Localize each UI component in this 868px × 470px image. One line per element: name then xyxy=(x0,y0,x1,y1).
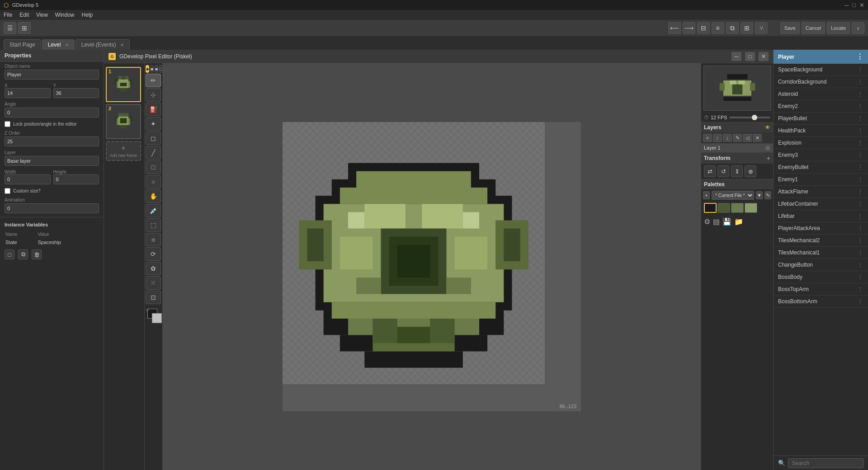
background-color[interactable] xyxy=(152,313,162,323)
toolbar-redo-button[interactable]: ⟶ xyxy=(683,22,695,34)
selected-object-more[interactable]: ⋮ xyxy=(856,52,863,61)
swap-colors-icon[interactable]: ↺ xyxy=(146,308,149,312)
tool-selection[interactable]: ⊹ xyxy=(146,88,161,102)
object-item-lifebarcontainer[interactable]: LifebarContainer ⋮ xyxy=(774,198,868,210)
object-list-scroll[interactable]: SpaceBackground ⋮ CorridorBackground ⋮ A… xyxy=(774,64,868,456)
object-item-playerattackarea[interactable]: PlayerAttackArea ⋮ xyxy=(774,222,868,235)
layout-icon[interactable]: ▤ xyxy=(713,217,720,226)
tool-color-mode-active[interactable]: ■ xyxy=(146,65,149,73)
add-frame-button[interactable]: + Add new frame xyxy=(106,141,141,161)
layer-hide-button[interactable]: ◁ xyxy=(743,134,752,142)
toolbar-external-button[interactable]: ⧉ xyxy=(726,22,739,34)
palette-swatch-2[interactable] xyxy=(717,203,730,213)
object-more-asteroid[interactable]: ⋮ xyxy=(857,90,863,98)
palette-dropdown-button[interactable]: ▼ xyxy=(756,191,763,199)
object-item-enemy2[interactable]: Enemy2 ⋮ xyxy=(774,100,868,113)
maximize-button[interactable]: □ xyxy=(852,2,856,9)
object-item-enemy3[interactable]: Enemy3 ⋮ xyxy=(774,149,868,161)
main-canvas[interactable] xyxy=(283,122,545,384)
tab-level[interactable]: Level ✕ xyxy=(42,39,75,50)
transform-flip-v[interactable]: ⇕ xyxy=(731,165,743,177)
palette-edit-button[interactable]: ✎ xyxy=(764,191,771,199)
palette-swatch-3[interactable] xyxy=(731,203,744,213)
object-more-corridorbg[interactable]: ⋮ xyxy=(857,78,863,85)
object-more-bosstoparm[interactable]: ⋮ xyxy=(857,286,863,293)
tool-mirror[interactable]: ⟳ xyxy=(146,247,161,261)
tool-color-mode-4[interactable]: □ xyxy=(159,65,163,73)
settings-icon[interactable]: ⚙ xyxy=(704,217,710,226)
layers-visibility-icon[interactable]: 👁 xyxy=(765,124,770,131)
tab-level-close[interactable]: ✕ xyxy=(65,42,69,47)
menu-view[interactable]: View xyxy=(36,12,48,18)
height-input[interactable] xyxy=(53,174,99,184)
menu-window[interactable]: Window xyxy=(55,12,75,18)
object-item-bossbottomarm[interactable]: BossBottomArm ⋮ xyxy=(774,296,868,308)
tool-dither[interactable]: ⁙ xyxy=(146,276,161,290)
object-item-healthpack[interactable]: HealthPack ⋮ xyxy=(774,125,868,137)
object-more-spacebg[interactable]: ⋮ xyxy=(857,66,863,73)
canvas-area[interactable]: 86,-123 xyxy=(163,63,701,470)
fps-slider[interactable] xyxy=(729,117,770,118)
object-item-changebutton[interactable]: ChangeButton ⋮ xyxy=(774,259,868,271)
var-delete-button[interactable]: 🗑 xyxy=(32,249,42,259)
transform-rotate-ccw[interactable]: ↺ xyxy=(717,165,729,177)
pixel-editor-minimize[interactable]: ─ xyxy=(731,52,741,61)
layer-edit-button[interactable]: ✎ xyxy=(733,134,742,142)
locate-button[interactable]: Locate xyxy=(827,22,850,34)
window-controls[interactable]: ─ □ ✕ xyxy=(844,2,864,9)
object-more-lifebarcontainer[interactable]: ⋮ xyxy=(857,200,863,207)
object-item-tilesmech1[interactable]: TilesMechanical1 ⋮ xyxy=(774,247,868,259)
tool-hand[interactable]: ✋ xyxy=(146,189,161,203)
tool-color-mode-2[interactable]: ■ xyxy=(150,65,154,73)
tab-level-events-close[interactable]: ✕ xyxy=(120,42,124,47)
tool-lasso[interactable]: ⌾ xyxy=(146,233,161,246)
object-item-enemybullet[interactable]: EnemyBullet ⋮ xyxy=(774,161,868,174)
var-copy-button[interactable]: ⧉ xyxy=(18,249,28,259)
layer-down-button[interactable]: ↓ xyxy=(723,134,732,142)
save-icon[interactable]: 💾 xyxy=(722,217,731,226)
menu-edit[interactable]: Edit xyxy=(19,12,29,18)
toolbar-extension-button[interactable]: ⑂ xyxy=(755,22,768,34)
frame-1[interactable]: 1 xyxy=(106,67,141,102)
object-more-enemybullet[interactable]: ⋮ xyxy=(857,164,863,171)
object-name-input[interactable] xyxy=(5,70,99,80)
object-more-explosion[interactable]: ⋮ xyxy=(857,139,863,146)
palette-selector[interactable]: * Current File * xyxy=(712,191,754,200)
object-item-explosion[interactable]: Explosion ⋮ xyxy=(774,137,868,149)
tool-bucket[interactable]: ⛽ xyxy=(146,103,161,116)
toolbar-more-button[interactable]: › xyxy=(852,22,864,34)
tool-color-mode-3[interactable]: ■ xyxy=(155,65,158,73)
layer-input[interactable] xyxy=(5,156,99,166)
object-item-attackflame[interactable]: AttackFlame ⋮ xyxy=(774,186,868,198)
object-item-enemy1[interactable]: Enemy1 ⋮ xyxy=(774,174,868,186)
object-more-tilesmech1[interactable]: ⋮ xyxy=(857,249,863,256)
object-item-spacebg[interactable]: SpaceBackground ⋮ xyxy=(774,64,868,76)
save-button[interactable]: Save xyxy=(780,22,800,34)
toolbar-events-button[interactable]: ≡ xyxy=(712,22,724,34)
pixel-editor-close[interactable]: ✕ xyxy=(759,52,769,61)
object-item-corridorbg[interactable]: CorridorBackground ⋮ xyxy=(774,76,868,88)
tool-stroke[interactable]: ╱ xyxy=(146,146,161,160)
folder-icon[interactable]: 📁 xyxy=(734,217,743,226)
object-item-tilesmech2[interactable]: TilesMechanical2 ⋮ xyxy=(774,235,868,247)
object-more-playerattackarea[interactable]: ⋮ xyxy=(857,225,863,232)
y-input[interactable] xyxy=(53,88,99,98)
z-order-input[interactable] xyxy=(5,136,99,146)
tool-rect-select[interactable]: ⬚ xyxy=(146,218,161,232)
tool-pen[interactable]: ✏ xyxy=(146,74,161,87)
transform-add-icon[interactable]: + xyxy=(767,155,770,162)
object-more-tilesmech2[interactable]: ⋮ xyxy=(857,237,863,244)
layer-add-button[interactable]: + xyxy=(703,134,712,142)
tool-sample[interactable]: ⊡ xyxy=(146,291,161,304)
tool-eraser[interactable]: ◻ xyxy=(146,132,161,145)
tool-eyedropper[interactable]: 💉 xyxy=(146,204,161,217)
tool-circle[interactable]: ○ xyxy=(146,175,161,188)
palette-swatch-4[interactable] xyxy=(745,203,757,213)
object-more-bossbody[interactable]: ⋮ xyxy=(857,273,863,281)
toolbar-menu-icon[interactable]: ☰ xyxy=(4,22,16,34)
close-button[interactable]: ✕ xyxy=(859,2,864,9)
pixel-editor-maximize[interactable]: □ xyxy=(745,52,755,61)
layer-up-button[interactable]: ↑ xyxy=(713,134,722,142)
width-input[interactable] xyxy=(5,174,51,184)
transform-fit[interactable]: ⊕ xyxy=(745,165,756,177)
